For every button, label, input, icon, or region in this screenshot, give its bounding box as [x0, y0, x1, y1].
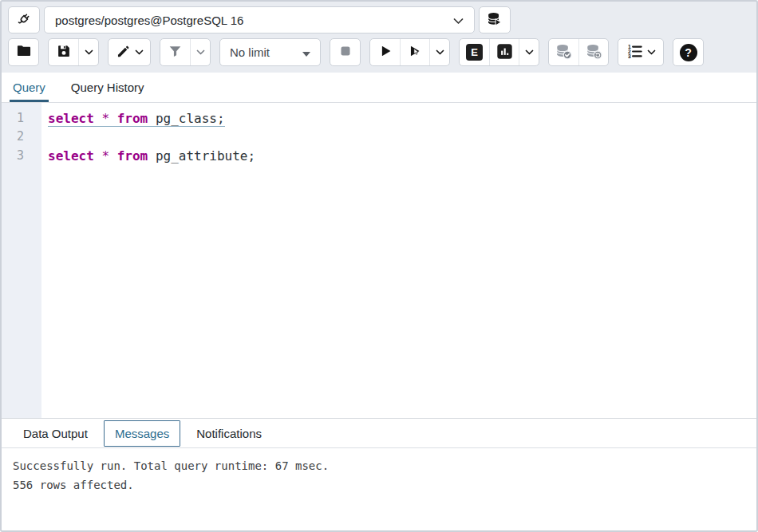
funnel-icon [167, 43, 184, 62]
code-line[interactable] [48, 128, 756, 146]
execute-from-cursor-button[interactable] [400, 39, 429, 65]
connection-status-button[interactable] [8, 6, 40, 33]
tab-data-output[interactable]: Data Output [12, 420, 99, 447]
database-arrow-icon [486, 10, 503, 30]
database-undo-icon [585, 42, 603, 63]
explain-options-button[interactable] [519, 39, 539, 65]
tab-messages[interactable]: Messages [104, 420, 180, 447]
message-line: 556 rows affected. [13, 475, 745, 495]
code-line[interactable]: select * from pg_class; [48, 109, 756, 128]
floppy-disk-icon [55, 42, 73, 62]
explain-analyze-button[interactable] [489, 39, 519, 65]
output-tabs: Data OutputMessagesNotifications [2, 418, 756, 448]
query-tool-window: postgres/postgres@PostgreSQL 16 [0, 0, 758, 532]
chevron-down-icon [135, 46, 144, 58]
chevron-down-icon [196, 46, 205, 58]
execute-button[interactable] [370, 39, 400, 65]
help-button[interactable]: ? [673, 39, 703, 65]
line-number: 2 [2, 128, 41, 146]
row-limit-select[interactable]: No limit [219, 38, 321, 66]
explain-button[interactable]: E [460, 39, 489, 65]
editor-tabs: QueryQuery History [2, 73, 756, 103]
filter-options-button[interactable] [190, 39, 210, 65]
question-mark-icon: ? [680, 44, 697, 61]
row-limit-value: No limit [230, 45, 270, 59]
svg-text:3: 3 [628, 53, 631, 58]
line-number: 1 [2, 109, 41, 128]
code-line[interactable]: select * from pg_attribute; [48, 147, 756, 165]
chevron-down-icon [647, 46, 656, 58]
message-line: Successfully run. Total query runtime: 6… [13, 456, 745, 475]
chevron-down-icon [525, 46, 534, 58]
tab-query-history[interactable]: Query History [68, 73, 148, 102]
line-number: 3 [2, 147, 41, 165]
tab-query[interactable]: Query [10, 73, 49, 102]
caret-down-icon [302, 45, 310, 59]
connection-select-value: postgres/postgres@PostgreSQL 16 [55, 14, 243, 27]
commit-button[interactable] [549, 39, 578, 65]
filter-button[interactable] [160, 39, 190, 65]
plug-icon [15, 10, 33, 30]
chevron-down-icon [453, 14, 464, 27]
numbered-list-icon: 123 [626, 42, 644, 63]
play-icon [377, 42, 394, 62]
messages-panel: Successfully run. Total query runtime: 6… [2, 448, 756, 530]
play-cursor-icon [406, 42, 424, 62]
execute-options-button[interactable] [429, 39, 449, 65]
pencil-icon [115, 43, 132, 62]
line-number-gutter: 123 [2, 103, 41, 418]
bar-chart-badge-icon [496, 43, 513, 62]
edit-button[interactable] [109, 39, 150, 65]
rollback-button[interactable] [578, 39, 608, 65]
database-check-icon [555, 42, 573, 63]
connection-bar: postgres/postgres@PostgreSQL 16 [2, 2, 756, 36]
save-button[interactable] [49, 39, 78, 65]
folder-icon [15, 42, 33, 62]
letter-e-badge-icon: E [466, 44, 483, 61]
save-options-button[interactable] [78, 39, 98, 65]
chevron-down-icon [85, 46, 93, 58]
code-lines[interactable]: select * from pg_class;select * from pg_… [41, 103, 756, 418]
stop-square-icon [337, 42, 354, 62]
macros-button[interactable]: 123 [618, 39, 663, 65]
sql-editor[interactable]: 123 select * from pg_class;select * from… [2, 103, 756, 418]
toolbar: No limit [2, 36, 756, 73]
tab-notifications[interactable]: Notifications [185, 420, 273, 447]
open-file-button[interactable] [9, 39, 38, 65]
chevron-down-icon [436, 46, 444, 58]
connection-select[interactable]: postgres/postgres@PostgreSQL 16 [44, 6, 475, 33]
new-connection-button[interactable] [479, 6, 511, 33]
stop-button[interactable] [330, 39, 360, 65]
